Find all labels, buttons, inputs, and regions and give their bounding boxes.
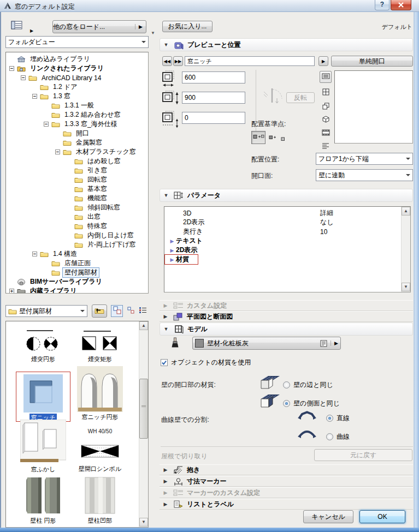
- radio-off-icon[interactable]: [283, 381, 290, 388]
- section-parameters[interactable]: ▼ パラメータ: [160, 189, 413, 202]
- ok-button[interactable]: OK: [359, 510, 405, 523]
- thumbnail-item[interactable]: 煙突円形: [16, 326, 70, 363]
- parameter-row[interactable]: ▶2D表示: [164, 246, 400, 255]
- section-plan-and-section[interactable]: ▶ 平面図と断面図: [160, 311, 413, 322]
- simple-opening-button[interactable]: 単純開口: [331, 56, 413, 67]
- tree-item[interactable]: 傾斜回転窓: [6, 203, 148, 212]
- scroll-up-icon[interactable]: ▲: [139, 321, 148, 330]
- group-triangle-icon[interactable]: ▶: [168, 248, 176, 253]
- expander-minus-icon[interactable]: −: [44, 122, 49, 127]
- tree-item[interactable]: 1.3.2 組み合わせ窓: [6, 110, 148, 119]
- expander-minus-icon[interactable]: −: [55, 150, 60, 154]
- opening-type-arrow-button[interactable]: ▶: [318, 56, 328, 66]
- same-as-wall-edge-radio[interactable]: 壁の辺と同じ: [283, 380, 333, 390]
- scroll-down-icon[interactable]: ▼: [402, 283, 410, 291]
- view-large-icons-button[interactable]: [111, 305, 123, 317]
- preview-pane[interactable]: [334, 70, 413, 144]
- tree-item[interactable]: 開口: [6, 129, 148, 138]
- tree-item[interactable]: BIMサーバーライブラリ: [6, 277, 148, 286]
- opening-side-dropdown[interactable]: 壁に連動: [316, 169, 413, 181]
- parameter-row[interactable]: 奥行き10: [164, 227, 400, 236]
- scroll-up-icon[interactable]: ▲: [402, 207, 410, 216]
- radio-off-icon[interactable]: [326, 433, 333, 440]
- tree-item[interactable]: −ArchiCAD Library 14: [6, 73, 148, 82]
- position-dropdown[interactable]: フロア1から下端: [316, 153, 413, 165]
- thumbnail-scrollbar[interactable]: ▲ ▼: [139, 321, 148, 527]
- sill-input[interactable]: 0: [182, 112, 245, 124]
- next-object-button[interactable]: ▶▶: [173, 56, 183, 66]
- anchor-mini-icon[interactable]: [281, 135, 285, 143]
- scroll-down-icon[interactable]: ▼: [139, 518, 148, 527]
- parameter-row[interactable]: ▶テキスト: [164, 236, 400, 246]
- parameter-row[interactable]: ▶材質: [164, 255, 400, 264]
- tree-item[interactable]: はめ殺し窓: [6, 157, 148, 166]
- tree-item[interactable]: 出窓: [6, 212, 148, 222]
- thumbnail-item[interactable]: WH 40/50壁開口シンボル: [73, 428, 127, 473]
- favorites-button[interactable]: お気に入り...: [162, 21, 213, 32]
- preview-mode-plan-button[interactable]: [320, 87, 332, 98]
- collapse-arrow-icon[interactable]: ▼: [160, 326, 172, 332]
- panel-splitter-arrow-icon[interactable]: ▼: [151, 31, 155, 35]
- thumbnail-item[interactable]: 壁柱凹部: [73, 477, 127, 524]
- parameter-value[interactable]: なし: [320, 218, 334, 227]
- current-folder-dropdown[interactable]: 壁付属部材: [5, 305, 87, 317]
- parameter-value[interactable]: 詳細: [320, 208, 333, 218]
- tree-item[interactable]: 特殊窓: [6, 222, 148, 231]
- width-input[interactable]: 600: [182, 71, 245, 83]
- thumbnail-item[interactable]: 壁柱 円形: [16, 477, 70, 524]
- tree-item[interactable]: 内倒し日よけ窓: [6, 231, 148, 240]
- material-picker-button[interactable]: 壁材-化粧板灰 ▶: [192, 337, 341, 350]
- tree-item[interactable]: −1.4 構造: [6, 249, 148, 259]
- radio-on-icon[interactable]: [283, 400, 290, 407]
- radio-on-icon[interactable]: [326, 415, 333, 422]
- thumbnail-item[interactable]: 窓ふかし: [16, 428, 70, 473]
- preview-mode-info-button[interactable]: [320, 141, 332, 152]
- title-bar[interactable]: 窓のデフォルト設定: [0, 0, 419, 12]
- view-list-button[interactable]: [137, 305, 149, 317]
- section-list-and-label[interactable]: ▶ リストとラベル: [160, 499, 413, 510]
- object-name-field[interactable]: 窓ニッチ: [185, 56, 315, 66]
- tree-view-mode-dropdown[interactable]: フォルダビュー: [5, 36, 149, 48]
- expander-plus-icon[interactable]: +: [9, 289, 14, 294]
- section-preview-position[interactable]: ▼ プレビューと位置: [160, 38, 413, 51]
- cancel-button[interactable]: キャンセル: [303, 510, 353, 523]
- section-reveal[interactable]: ▶ 抱き: [160, 464, 413, 475]
- checkbox-checked-icon[interactable]: [161, 359, 168, 366]
- thumbnail-selected[interactable]: 窓ニッチ: [16, 372, 70, 422]
- library-view-split-button[interactable]: [11, 21, 23, 31]
- tree-item[interactable]: 回転窓: [6, 175, 148, 184]
- restore-button[interactable]: 元に戻す: [314, 449, 412, 461]
- tree-item[interactable]: 1.2 ドア: [6, 82, 148, 92]
- tree-item[interactable]: −1.3.3 窓_海外仕様: [6, 119, 148, 129]
- thumbnail-item[interactable]: 煙突矩形: [73, 326, 127, 363]
- preview-mode-3d-button[interactable]: [320, 115, 332, 125]
- tree-item[interactable]: +内蔵ライブラリ: [6, 286, 148, 294]
- tree-item[interactable]: 埋め込みライブラリ: [6, 55, 148, 64]
- tree-item[interactable]: 機能窓: [6, 194, 148, 203]
- previous-object-button[interactable]: ◀◀: [162, 56, 172, 66]
- expander-minus-icon[interactable]: −: [21, 75, 26, 80]
- use-object-material-checkbox[interactable]: オブジェクトの材質を使用: [161, 358, 251, 367]
- section-marker-custom-settings[interactable]: ▶ マーカーのカスタム設定: [160, 487, 413, 498]
- collapse-arrow-icon[interactable]: ▶: [160, 479, 172, 484]
- parameter-scrollbar[interactable]: ▲ ▼: [401, 207, 410, 292]
- flip-button[interactable]: 反転: [286, 92, 315, 103]
- expander-minus-icon[interactable]: −: [9, 66, 14, 71]
- tree-item[interactable]: 店舗正面: [6, 259, 148, 268]
- anchor-point-button[interactable]: [251, 131, 265, 144]
- same-as-wall-side-radio[interactable]: 壁の側面と同じ: [283, 399, 340, 408]
- close-button[interactable]: [391, 0, 411, 10]
- tree-item[interactable]: 1.3.1 一般: [6, 101, 148, 110]
- height-input[interactable]: 900: [182, 92, 245, 104]
- tree-item[interactable]: −リンクされたライブラリ: [6, 64, 148, 73]
- collapse-arrow-icon[interactable]: ▼: [160, 42, 172, 47]
- parameter-value[interactable]: 10: [320, 228, 327, 236]
- collapse-arrow-icon[interactable]: ▶: [160, 501, 172, 507]
- load-other-window-button[interactable]: 他の窓をロード... ▶: [52, 20, 146, 33]
- group-triangle-icon[interactable]: ▶: [168, 257, 176, 262]
- expander-minus-icon[interactable]: −: [32, 252, 37, 256]
- tree-item[interactable]: 金属製窓: [6, 138, 148, 147]
- collapse-arrow-icon[interactable]: ▶: [160, 314, 172, 319]
- group-triangle-icon[interactable]: ▶: [168, 238, 176, 244]
- section-model[interactable]: ▼ モデル: [160, 322, 413, 336]
